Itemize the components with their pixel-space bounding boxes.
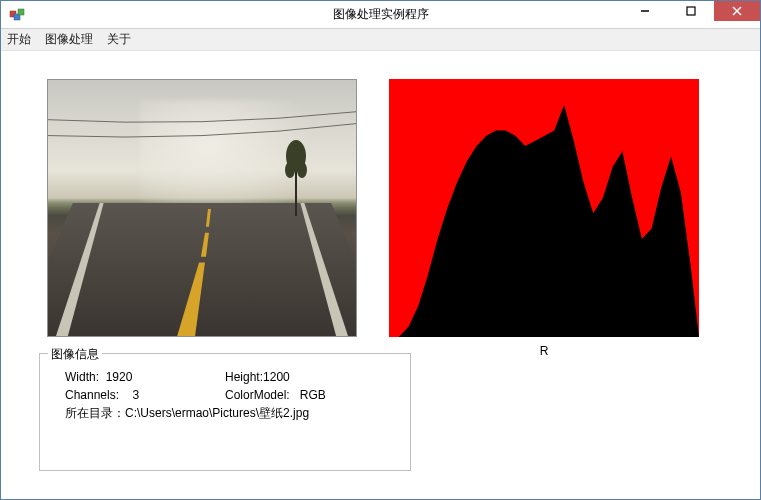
- source-image-preview: [47, 79, 357, 337]
- menu-about[interactable]: 关于: [107, 31, 131, 48]
- menu-start[interactable]: 开始: [7, 31, 31, 48]
- minimize-button[interactable]: [622, 1, 668, 21]
- titlebar: 图像处理实例程序: [1, 1, 760, 29]
- menubar: 开始 图像处理 关于: [1, 29, 760, 51]
- channels-value: 3: [132, 388, 139, 402]
- svg-point-16: [297, 162, 307, 178]
- image-info-group: 图像信息 Width: 1920 Height:1200 Channels: 3: [39, 353, 411, 471]
- image-info-title: 图像信息: [48, 346, 102, 363]
- height-label: Height:: [225, 370, 263, 384]
- colormodel-label: ColorModel:: [225, 388, 290, 402]
- dir-value: C:\Users\ermao\Pictures\壁纸2.jpg: [125, 404, 309, 422]
- svg-rect-4: [687, 7, 695, 15]
- width-value: 1920: [106, 370, 133, 384]
- svg-rect-2: [18, 9, 24, 15]
- app-icon: [9, 7, 25, 23]
- svg-point-15: [285, 162, 295, 178]
- maximize-button[interactable]: [668, 1, 714, 21]
- client-area: R 图像信息 Width: 1920 Height:1200 Channels:: [1, 51, 760, 499]
- menu-imageproc[interactable]: 图像处理: [45, 31, 93, 48]
- channels-label: Channels:: [65, 388, 119, 402]
- histogram-channel-label: R: [389, 344, 699, 358]
- app-window: 图像处理实例程序 开始 图像处理 关于: [0, 0, 761, 500]
- width-label: Width:: [65, 370, 99, 384]
- colormodel-value: RGB: [300, 388, 326, 402]
- histogram-chart: [389, 79, 699, 337]
- scenic-image: [48, 80, 356, 336]
- height-value: 1200: [263, 370, 290, 384]
- histogram-panel: [389, 79, 699, 337]
- dir-label: 所在目录：: [65, 404, 125, 422]
- close-button[interactable]: [714, 1, 760, 21]
- window-controls: [622, 1, 760, 28]
